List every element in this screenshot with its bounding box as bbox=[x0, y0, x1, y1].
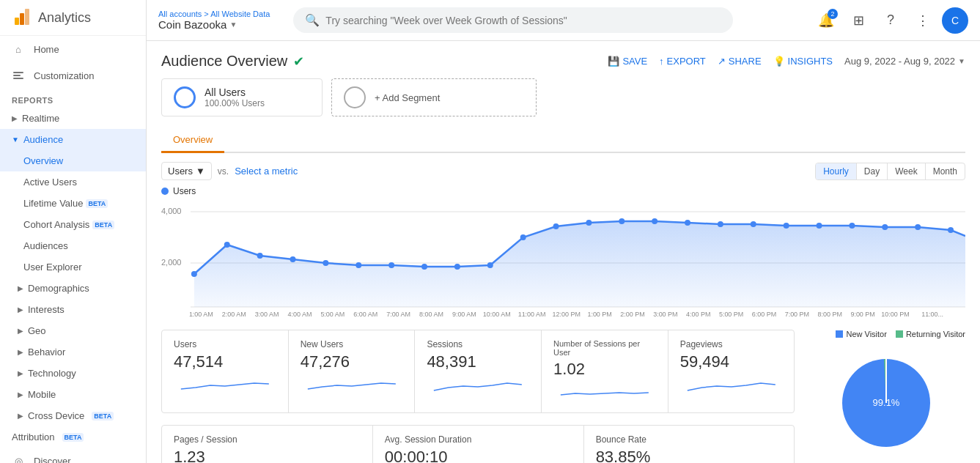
sidebar-item-realtime[interactable]: ▶ Realtime bbox=[0, 108, 146, 129]
save-button[interactable]: 💾 SAVE bbox=[608, 56, 647, 67]
sessions-sparkline bbox=[427, 374, 529, 396]
sidebar-item-behavior[interactable]: ▶ Behavior bbox=[0, 341, 146, 363]
metrics-grid-1: Users 47,514 New Users 47,276 bbox=[161, 330, 795, 413]
topbar: All accounts > All Website Data Coin Baz… bbox=[147, 0, 980, 41]
metric-pages-session-value: 1.23 bbox=[174, 448, 361, 463]
main-content: All accounts > All Website Data Coin Baz… bbox=[147, 0, 980, 463]
svg-text:4:00 PM: 4:00 PM bbox=[686, 311, 710, 318]
share-button[interactable]: ↗ SHARE bbox=[718, 56, 762, 67]
sidebar-item-discover[interactable]: ◎ Discover bbox=[0, 448, 146, 463]
segment-name: All Users bbox=[205, 86, 265, 98]
sidebar-item-home[interactable]: ⌂ Home bbox=[0, 36, 146, 62]
metric-dropdown-arrow: ▼ bbox=[196, 166, 205, 177]
metric-dropdown[interactable]: Users ▼ bbox=[161, 162, 212, 180]
returning-visitor-legend: Returning Visitor bbox=[896, 330, 965, 338]
customization-label: Customization bbox=[34, 70, 94, 81]
svg-point-22 bbox=[520, 234, 526, 240]
new-visitor-legend: New Visitor bbox=[836, 330, 886, 338]
svg-point-34 bbox=[915, 224, 921, 230]
search-bar[interactable]: 🔍 bbox=[293, 7, 733, 33]
metrics-grid-2: Pages / Session 1.23 Avg. Session Durati… bbox=[161, 425, 795, 463]
time-btn-hourly[interactable]: Hourly bbox=[816, 163, 857, 179]
more-options-button[interactable]: ⋮ bbox=[910, 7, 936, 34]
sidebar-item-demographics[interactable]: ▶ Demographics bbox=[0, 278, 146, 299]
mobile-label: Mobile bbox=[28, 389, 56, 400]
metric-pages-session: Pages / Session 1.23 bbox=[162, 426, 373, 463]
metric-sessions-label: Sessions bbox=[427, 339, 529, 349]
help-button[interactable]: ? bbox=[877, 7, 904, 34]
segment-info: All Users 100.00% Users bbox=[205, 86, 265, 108]
svg-point-26 bbox=[652, 218, 657, 224]
svg-point-25 bbox=[619, 218, 625, 224]
sidebar-item-cross-device[interactable]: ▶ Cross Device BETA bbox=[0, 405, 146, 426]
sidebar-item-geo[interactable]: ▶ Geo bbox=[0, 320, 146, 341]
sidebar-item-customization[interactable]: Customization bbox=[0, 62, 146, 89]
sidebar-item-audience[interactable]: ▼ Audience bbox=[0, 129, 146, 150]
hourly-label: Hourly bbox=[823, 166, 849, 177]
behavior-expand-icon: ▶ bbox=[18, 348, 23, 356]
add-segment-button[interactable]: + Add Segment bbox=[331, 78, 537, 116]
save-label: SAVE bbox=[622, 56, 647, 67]
export-button[interactable]: ↑ EXPORT bbox=[659, 56, 706, 67]
export-icon: ↑ bbox=[659, 56, 664, 67]
geo-label: Geo bbox=[28, 325, 46, 336]
sidebar-item-interests[interactable]: ▶ Interests bbox=[0, 299, 146, 320]
sidebar-item-cohort[interactable]: Cohort Analysis BETA bbox=[0, 214, 146, 235]
share-icon: ↗ bbox=[718, 56, 726, 67]
sidebar-item-lifetime-value[interactable]: Lifetime Value BETA bbox=[0, 193, 146, 214]
user-avatar[interactable]: C bbox=[942, 7, 968, 34]
notifications-button[interactable]: 🔔 2 bbox=[813, 7, 839, 34]
geo-expand-icon: ▶ bbox=[18, 327, 23, 335]
svg-text:99.1%: 99.1% bbox=[872, 397, 899, 408]
notification-badge: 2 bbox=[828, 9, 838, 19]
sidebar-item-audiences[interactable]: Audiences bbox=[0, 235, 146, 256]
select-metric-link[interactable]: Select a metric bbox=[235, 166, 298, 177]
share-label: SHARE bbox=[729, 56, 762, 67]
svg-rect-4 bbox=[13, 75, 21, 76]
apps-button[interactable]: ⊞ bbox=[845, 7, 872, 34]
all-users-segment[interactable]: All Users 100.00% Users bbox=[161, 78, 323, 116]
chart-wrapper: Users 4,000 2,000 bbox=[161, 186, 965, 318]
segment-circle bbox=[174, 86, 196, 108]
svg-point-16 bbox=[323, 260, 328, 266]
analytics-logo-icon bbox=[12, 7, 32, 28]
home-label: Home bbox=[34, 44, 59, 55]
svg-point-12 bbox=[191, 271, 197, 277]
sidebar-item-mobile[interactable]: ▶ Mobile bbox=[0, 384, 146, 405]
date-range-text: Aug 9, 2022 - Aug 9, 2022 bbox=[844, 56, 955, 67]
sidebar-item-user-explorer[interactable]: User Explorer bbox=[0, 256, 146, 278]
pie-chart-svg: 99.1% bbox=[828, 344, 945, 462]
metric-users: Users 47,514 bbox=[162, 330, 289, 412]
returning-visitor-dot bbox=[896, 330, 903, 338]
sidebar-item-active-users[interactable]: Active Users bbox=[0, 171, 146, 193]
metric-label: Users bbox=[168, 166, 193, 177]
sidebar-item-attribution[interactable]: Attribution BETA bbox=[0, 426, 146, 448]
verified-icon: ✔ bbox=[293, 53, 304, 70]
svg-text:4,000: 4,000 bbox=[161, 207, 181, 215]
metric-new-users: New Users 47,276 bbox=[289, 330, 416, 412]
segment-row: All Users 100.00% Users + Add Segment bbox=[161, 78, 965, 116]
time-btn-month[interactable]: Month bbox=[926, 163, 965, 179]
svg-text:6:00 AM: 6:00 AM bbox=[353, 311, 377, 318]
metric-users-label: Users bbox=[174, 339, 276, 349]
sidebar-item-technology[interactable]: ▶ Technology bbox=[0, 363, 146, 384]
sidebar-item-overview[interactable]: Overview bbox=[0, 150, 146, 171]
segment-pct: 100.00% Users bbox=[205, 98, 265, 108]
account-selector[interactable]: Coin Bazooka ▼ bbox=[158, 18, 270, 31]
tab-overview[interactable]: Overview bbox=[161, 128, 224, 153]
time-btn-day[interactable]: Day bbox=[857, 163, 888, 179]
new-visitor-dot bbox=[836, 330, 843, 338]
insights-button[interactable]: 💡 INSIGHTS bbox=[773, 56, 833, 67]
metric-avg-session: Avg. Session Duration 00:00:10 bbox=[373, 426, 584, 463]
time-btn-week[interactable]: Week bbox=[888, 163, 925, 179]
attribution-label: Attribution bbox=[12, 431, 55, 442]
users-sparkline bbox=[174, 374, 276, 396]
date-range[interactable]: Aug 9, 2022 - Aug 9, 2022 ▼ bbox=[844, 56, 965, 67]
svg-text:8:00 PM: 8:00 PM bbox=[818, 311, 842, 318]
metric-sessions-per-user: Number of Sessions per User 1.02 bbox=[542, 330, 668, 412]
insights-icon: 💡 bbox=[773, 56, 785, 67]
page-title-row: Audience Overview ✔ bbox=[161, 53, 304, 70]
save-icon: 💾 bbox=[608, 56, 619, 67]
search-input[interactable] bbox=[325, 15, 721, 26]
vs-label: vs. bbox=[218, 166, 229, 177]
